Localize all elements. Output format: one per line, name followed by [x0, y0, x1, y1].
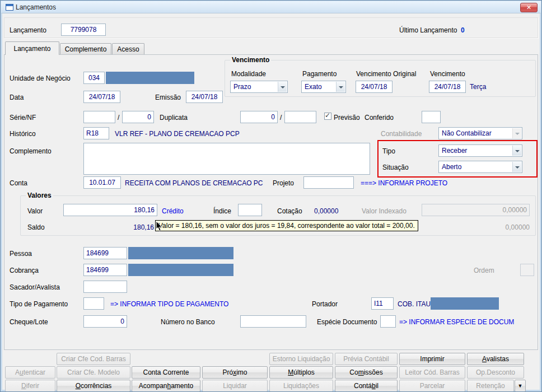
button-conta-corrente[interactable]: Conta Corrente: [132, 366, 200, 379]
contabilidade-value: Não Contabilizar: [442, 129, 492, 137]
button-imprimir[interactable]: Imprimir: [399, 353, 465, 365]
chevron-down-icon: [512, 162, 521, 172]
close-button[interactable]: ✕: [520, 3, 538, 12]
conta-code-field[interactable]: 10.01.07: [83, 176, 121, 189]
previsao-checkbox[interactable]: ✓: [324, 113, 331, 120]
valor-indexado-label: Valor Indexado: [362, 207, 406, 215]
saldo-label: Saldo: [27, 223, 45, 231]
valor-label: Valor: [27, 207, 43, 215]
chevron-down-icon: [336, 82, 345, 92]
modalidade-combo[interactable]: Prazo: [230, 81, 288, 93]
button-autenticar: Autenticar: [5, 366, 55, 379]
close-icon: ✕: [526, 4, 531, 11]
cotacao-value: 0,00000: [314, 207, 338, 215]
previsao-label: Previsão: [334, 114, 360, 122]
button-leitor-cod-barras: Leitor Cód. Barras: [399, 366, 465, 379]
button-criar-cfe-cod-barras: Criar Cfe Cod. Barras: [57, 353, 130, 365]
value-tooltip: Valor = 180,16, sem o valor dos juros = …: [155, 220, 418, 231]
cobranca-label: Cobrança: [10, 267, 39, 274]
tab-acesso[interactable]: Acesso: [112, 43, 144, 55]
button-ocorrencias[interactable]: Ocorrências: [57, 380, 130, 392]
chevron-down-icon: [512, 128, 521, 138]
lancamento-number-field[interactable]: 7799078: [61, 24, 106, 36]
portador-desc: COB. ITAU: [398, 300, 431, 308]
cotacao-label: Cotação: [277, 207, 302, 215]
projeto-hint: ===> INFORMAR PROJETO: [361, 179, 447, 187]
button-proximo[interactable]: Próximo: [202, 366, 268, 379]
conferido-label: Conferido: [365, 114, 394, 122]
sacador-field[interactable]: [83, 281, 127, 293]
situacao-value: Aberto: [442, 163, 461, 171]
valor-field[interactable]: 180,16: [63, 204, 157, 216]
tipo-label: Tipo: [382, 147, 395, 155]
vencimento-field[interactable]: 24/07/18: [429, 81, 466, 93]
lancamentos-window: Lançamentos ✕ Lançamento 7799078 Último …: [0, 0, 542, 392]
button-op-desconto: Op.Desconto: [467, 366, 524, 379]
duplicata-slash: /: [280, 114, 282, 122]
button-comissoes[interactable]: Comissões: [335, 366, 398, 379]
title-bar[interactable]: Lançamentos ✕: [1, 1, 541, 13]
button-avalistas[interactable]: Avalistas: [467, 353, 524, 365]
contabilidade-combo[interactable]: Não Contabilizar: [438, 127, 522, 139]
unidade-negocio-redacted: [106, 72, 194, 84]
vencimento-original-label: Vencimento Original: [356, 70, 416, 78]
tipo-combo[interactable]: Receber: [438, 144, 522, 157]
lancamento-number-label: Lançamento: [10, 26, 46, 34]
serie-nf-field[interactable]: [83, 111, 115, 123]
cobranca-redacted: [128, 264, 233, 276]
button-more-options[interactable]: ▼: [515, 380, 526, 392]
cheque-lote-field[interactable]: 0: [83, 315, 127, 328]
historico-code-field[interactable]: R18: [83, 127, 109, 139]
portador-field[interactable]: I11: [371, 297, 394, 310]
tab-lancamento[interactable]: Lançamento: [5, 41, 59, 55]
saldo-value: 180,16: [63, 223, 154, 231]
historico-desc: VLR REF - PLANO DE CREMACAO PCP: [115, 130, 240, 138]
cheque-lote-label: Cheque/Lote: [10, 318, 48, 326]
conta-label: Conta: [10, 179, 27, 187]
ultimo-lancamento-value: 0: [461, 26, 465, 34]
pessoa-redacted: [128, 247, 233, 259]
button-acompanhamento[interactable]: Acompanhamento: [132, 380, 200, 392]
contabilidade-label: Contabilidade: [381, 130, 422, 138]
tipo-pagamento-field[interactable]: [83, 297, 104, 310]
vencimento-label: Vencimento: [430, 70, 465, 78]
button-estorno-liquidacao: Estorno Liquidação: [269, 353, 333, 365]
complemento-label: Complemento: [10, 147, 52, 155]
projeto-field[interactable]: [303, 176, 354, 189]
situacao-label: Situação: [382, 164, 409, 171]
pessoa-field[interactable]: 184699: [83, 247, 127, 259]
portador-label: Portador: [312, 300, 338, 308]
button-criar-cfe-modelo: Criar Cfe. Modelo: [57, 366, 130, 379]
conferido-field[interactable]: [422, 111, 441, 123]
credito-indicator: Crédito: [162, 207, 184, 215]
duplicata-num-field[interactable]: 0: [240, 111, 278, 123]
emissao-label: Emissão: [155, 94, 181, 101]
data-field[interactable]: 24/07/18: [83, 91, 120, 103]
situacao-combo[interactable]: Aberto: [438, 161, 522, 173]
indice-field[interactable]: [238, 204, 262, 216]
button-contabil[interactable]: Contábil: [335, 380, 398, 392]
unidade-negocio-field[interactable]: 034: [83, 72, 105, 84]
cobranca-field[interactable]: 184699: [83, 264, 127, 276]
serie-nf-label: Série/NF: [10, 114, 36, 122]
emissao-field[interactable]: 24/07/18: [186, 91, 223, 103]
tab-complemento[interactable]: Complemento: [60, 43, 111, 55]
valor-indexado-field: 0,00000: [422, 204, 530, 216]
valores-group-title: Valores: [26, 192, 53, 199]
conta-desc: RECEITA COM PLANOS DE CREMACAO PC: [125, 179, 263, 187]
button-parcelar: Parcelar: [399, 380, 465, 392]
button-liquidar: Liquidar: [202, 380, 268, 392]
tipo-pagamento-label: Tipo de Pagamento: [10, 300, 68, 308]
indice-label: Índice: [213, 207, 231, 215]
pagamento-combo[interactable]: Exato: [301, 81, 346, 93]
serie-num-field[interactable]: 0: [122, 111, 154, 123]
mouse-cursor: [156, 221, 162, 231]
complemento-textarea[interactable]: [83, 143, 370, 175]
numero-banco-field[interactable]: [240, 315, 306, 328]
window-title: Lançamentos: [16, 3, 56, 11]
especie-field[interactable]: [380, 315, 396, 328]
check-icon: ✓: [325, 111, 330, 119]
vencimento-original-field[interactable]: 24/07/18: [356, 81, 393, 93]
duplicata-field2[interactable]: [284, 111, 316, 123]
button-multiplos[interactable]: Múltiplos: [269, 366, 333, 379]
